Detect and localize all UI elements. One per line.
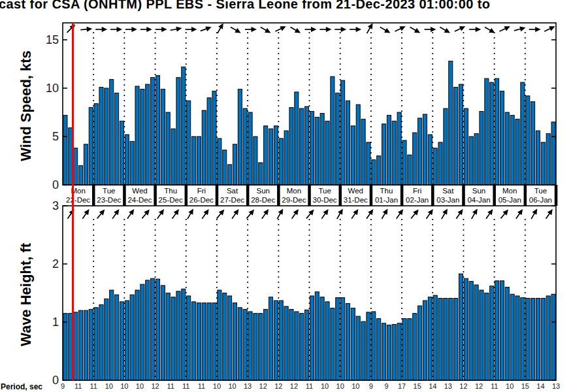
wind-chart-bar (228, 165, 232, 185)
wind-chart-bar (140, 89, 144, 185)
wind-chart-bar (197, 137, 201, 185)
direction-arrow-icon (439, 207, 449, 220)
direction-arrow-icon (394, 208, 405, 220)
wave-chart-bar (500, 281, 504, 380)
direction-arrow-icon (275, 207, 286, 220)
wave-chart-bar (480, 290, 483, 380)
wave-chart-bar (372, 312, 376, 380)
wind-chart-bar (192, 137, 196, 185)
wave-chart-bar (63, 314, 67, 380)
wind-ytick: 10 (31, 82, 59, 95)
period-value: 10 (333, 382, 348, 390)
wind-chart-bar (356, 105, 360, 185)
wave-chart-bar (361, 321, 365, 380)
direction-arrow-icon (319, 208, 331, 220)
wave-chart-bar (536, 299, 540, 380)
direction-arrow-icon (335, 27, 346, 32)
period-value: 15 (410, 382, 425, 390)
direction-arrow-icon (544, 24, 557, 34)
wave-chart-bar (182, 289, 186, 380)
period-value: 10 (502, 382, 517, 390)
direction-arrow-icon (289, 25, 302, 35)
period-value: 11 (487, 382, 502, 390)
wave-chart-bar (428, 297, 432, 380)
day-date: 30-Dec (310, 195, 340, 204)
wave-chart-bar (505, 287, 509, 380)
chart-title: cast for CSA (ONHTM) PPL EBS - Sierra Le… (0, 0, 588, 11)
direction-arrow-icon (289, 208, 301, 220)
wave-ytick: 1 (31, 316, 59, 329)
day-cell: Tue23-Dec (93, 186, 124, 206)
wind-chart-bar (187, 101, 191, 185)
wave-chart-bar (515, 296, 519, 380)
wind-chart-bar (146, 84, 150, 185)
wave-chart-bar (146, 280, 150, 380)
direction-arrow-icon (469, 207, 480, 220)
wind-chart-bar (551, 122, 555, 185)
wind-chart-bar (63, 115, 67, 185)
direction-arrow-icon (140, 27, 152, 32)
day-name: Thu (371, 186, 402, 195)
wind-chart-bar (372, 160, 376, 185)
wind-chart-bar (202, 110, 206, 185)
wave-chart-bar (187, 296, 191, 380)
day-cell: Sat27-Dec (217, 186, 248, 206)
wind-chart-bar (320, 113, 324, 185)
direction-arrow-icon (170, 25, 182, 33)
wind-chart-bar (392, 121, 396, 185)
wind-chart-bar (480, 111, 483, 185)
wind-chart-bar (433, 148, 437, 185)
wind-chart-bar (341, 80, 345, 185)
direction-arrow-icon (425, 27, 436, 32)
wind-chart-bar (182, 67, 186, 185)
wind-chart-bar (490, 82, 494, 185)
direction-arrow-icon (185, 27, 197, 32)
wind-chart-bar (521, 82, 525, 185)
wind-chart-bar (207, 98, 211, 185)
direction-arrow-icon (125, 27, 137, 32)
wind-chart-bar (130, 141, 134, 185)
wind-chart-bar (166, 112, 170, 185)
direction-arrow-icon (200, 208, 211, 220)
wind-chart-bar (264, 126, 268, 185)
wave-chart-bar (356, 316, 360, 380)
wind-chart-bar (99, 87, 103, 185)
wind-chart-bar (125, 135, 129, 185)
wind-chart-bar (248, 112, 252, 185)
wind-chart-bar (331, 76, 335, 185)
period-value: 9 (55, 382, 71, 390)
wind-chart-bar (526, 96, 530, 185)
period-value: 13 (240, 382, 255, 390)
day-name: Fri (186, 186, 217, 195)
wave-chart-bar (295, 312, 299, 380)
day-date: 24-Dec (124, 195, 155, 204)
wave-chart-bar (305, 310, 309, 380)
wave-chart-bar (289, 309, 293, 380)
wind-chart-bar (289, 108, 293, 185)
wave-chart-bar (161, 286, 165, 380)
wave-chart-bar (166, 293, 170, 381)
wave-chart-bar (192, 302, 196, 380)
day-name: Tue (93, 186, 124, 195)
wind-chart-bar (78, 165, 82, 185)
wind-chart-bar (110, 80, 114, 185)
wind-chart-bar (485, 78, 489, 185)
period-value: 11 (178, 382, 194, 390)
direction-arrow-icon (454, 208, 465, 220)
wind-chart-bar (397, 112, 401, 185)
day-date: 01-Jan (371, 195, 402, 204)
day-date: 29-Dec (278, 195, 309, 204)
wave-chart-bar (202, 303, 206, 380)
day-name: Wed (340, 186, 371, 195)
wind-chart-bar (274, 126, 278, 185)
wind-chart-bar (423, 114, 427, 185)
wave-chart-bar (526, 299, 530, 380)
period-value: 11 (163, 382, 178, 390)
day-date: 06-Jan (525, 195, 556, 204)
wind-chart-bar (546, 134, 550, 185)
period-value: 11 (86, 382, 101, 390)
period-value: 12 (286, 382, 302, 390)
wave-chart-bar (444, 299, 448, 380)
wind-chart-bar (218, 139, 221, 185)
day-date: 02-Jan (402, 195, 433, 204)
